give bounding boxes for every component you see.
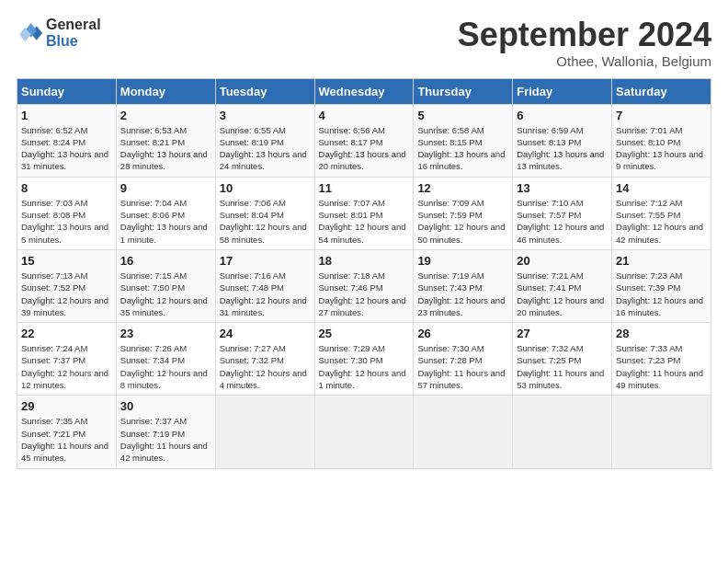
day-info: Sunrise: 7:27 AM Sunset: 7:32 PM Dayligh… [220, 342, 311, 391]
day-number: 7 [616, 109, 707, 122]
calendar-cell [215, 396, 314, 468]
calendar-cell: 21 Sunrise: 7:23 AM Sunset: 7:39 PM Dayl… [612, 249, 711, 322]
day-info: Sunrise: 7:13 AM Sunset: 7:52 PM Dayligh… [21, 270, 112, 318]
page: General Blue September 2024 Othee, Wallo… [0, 0, 728, 478]
calendar-cell: 10 Sunrise: 7:06 AM Sunset: 8:04 PM Dayl… [215, 177, 314, 249]
col-tuesday: Tuesday [215, 78, 314, 104]
calendar-cell: 17 Sunrise: 7:16 AM Sunset: 7:48 PM Dayl… [215, 249, 314, 322]
logo: General Blue [17, 17, 101, 49]
day-info: Sunrise: 6:59 AM Sunset: 8:13 PM Dayligh… [517, 124, 608, 173]
day-info: Sunrise: 7:12 AM Sunset: 7:55 PM Dayligh… [616, 197, 707, 246]
col-wednesday: Wednesday [314, 78, 414, 104]
day-number: 24 [220, 327, 311, 340]
day-number: 20 [517, 254, 608, 268]
col-monday: Monday [116, 78, 215, 104]
calendar-cell: 23 Sunrise: 7:26 AM Sunset: 7:34 PM Dayl… [116, 323, 215, 396]
calendar-cell: 15 Sunrise: 7:13 AM Sunset: 7:52 PM Dayl… [17, 249, 117, 322]
day-number: 9 [120, 181, 211, 195]
col-saturday: Saturday [612, 78, 711, 104]
calendar-cell: 11 Sunrise: 7:07 AM Sunset: 8:01 PM Dayl… [314, 177, 414, 249]
day-number: 13 [517, 181, 608, 195]
calendar-row-1: 1 Sunrise: 6:52 AM Sunset: 8:24 PM Dayli… [17, 104, 711, 177]
day-info: Sunrise: 7:32 AM Sunset: 7:25 PM Dayligh… [517, 342, 608, 391]
day-info: Sunrise: 7:18 AM Sunset: 7:46 PM Dayligh… [319, 270, 410, 318]
calendar-cell: 19 Sunrise: 7:19 AM Sunset: 7:43 PM Dayl… [414, 249, 513, 322]
calendar-cell: 30 Sunrise: 7:37 AM Sunset: 7:19 PM Dayl… [116, 396, 215, 468]
day-number: 18 [319, 254, 410, 268]
logo-icon [17, 20, 42, 46]
calendar-cell: 12 Sunrise: 7:09 AM Sunset: 7:59 PM Dayl… [414, 177, 513, 249]
calendar-cell [513, 396, 612, 468]
day-info: Sunrise: 7:15 AM Sunset: 7:50 PM Dayligh… [120, 270, 211, 318]
day-number: 19 [417, 254, 508, 268]
day-info: Sunrise: 7:23 AM Sunset: 7:39 PM Dayligh… [616, 270, 707, 318]
day-info: Sunrise: 7:04 AM Sunset: 8:06 PM Dayligh… [120, 197, 211, 246]
calendar-row-4: 22 Sunrise: 7:24 AM Sunset: 7:37 PM Dayl… [17, 323, 711, 396]
day-info: Sunrise: 7:06 AM Sunset: 8:04 PM Dayligh… [220, 197, 311, 246]
calendar-cell: 22 Sunrise: 7:24 AM Sunset: 7:37 PM Dayl… [17, 323, 117, 396]
day-number: 29 [21, 399, 112, 413]
day-number: 3 [220, 109, 311, 122]
logo-text: General Blue [46, 17, 101, 49]
col-friday: Friday [513, 78, 612, 104]
day-number: 12 [417, 181, 508, 195]
day-number: 28 [616, 327, 707, 340]
day-number: 23 [120, 327, 211, 340]
day-info: Sunrise: 7:37 AM Sunset: 7:19 PM Dayligh… [120, 415, 211, 464]
day-info: Sunrise: 7:29 AM Sunset: 7:30 PM Dayligh… [319, 342, 410, 391]
calendar-cell: 16 Sunrise: 7:15 AM Sunset: 7:50 PM Dayl… [116, 249, 215, 322]
day-number: 21 [616, 254, 707, 268]
calendar-cell [414, 396, 513, 468]
day-info: Sunrise: 7:24 AM Sunset: 7:37 PM Dayligh… [21, 342, 112, 391]
calendar-cell: 13 Sunrise: 7:10 AM Sunset: 7:57 PM Dayl… [513, 177, 612, 249]
day-info: Sunrise: 7:33 AM Sunset: 7:23 PM Dayligh… [616, 342, 707, 391]
day-info: Sunrise: 7:07 AM Sunset: 8:01 PM Dayligh… [319, 197, 410, 246]
calendar-cell: 4 Sunrise: 6:56 AM Sunset: 8:17 PM Dayli… [314, 104, 414, 177]
calendar-cell: 24 Sunrise: 7:27 AM Sunset: 7:32 PM Dayl… [215, 323, 314, 396]
day-number: 6 [517, 109, 608, 122]
calendar-cell: 27 Sunrise: 7:32 AM Sunset: 7:25 PM Dayl… [513, 323, 612, 396]
calendar-cell: 1 Sunrise: 6:52 AM Sunset: 8:24 PM Dayli… [17, 104, 117, 177]
calendar-cell: 25 Sunrise: 7:29 AM Sunset: 7:30 PM Dayl… [314, 323, 414, 396]
calendar-cell [612, 396, 711, 468]
calendar-row-5: 29 Sunrise: 7:35 AM Sunset: 7:21 PM Dayl… [17, 396, 711, 468]
day-number: 2 [120, 109, 211, 122]
calendar-cell: 28 Sunrise: 7:33 AM Sunset: 7:23 PM Dayl… [612, 323, 711, 396]
day-number: 1 [21, 109, 112, 122]
header: General Blue September 2024 Othee, Wallo… [17, 17, 711, 69]
calendar-cell [314, 396, 414, 468]
day-number: 11 [319, 181, 410, 195]
day-number: 15 [21, 254, 112, 268]
calendar-cell: 8 Sunrise: 7:03 AM Sunset: 8:08 PM Dayli… [17, 177, 117, 249]
calendar-cell: 6 Sunrise: 6:59 AM Sunset: 8:13 PM Dayli… [513, 104, 612, 177]
calendar-cell: 14 Sunrise: 7:12 AM Sunset: 7:55 PM Dayl… [612, 177, 711, 249]
calendar-cell: 7 Sunrise: 7:01 AM Sunset: 8:10 PM Dayli… [612, 104, 711, 177]
calendar-row-3: 15 Sunrise: 7:13 AM Sunset: 7:52 PM Dayl… [17, 249, 711, 322]
day-info: Sunrise: 7:09 AM Sunset: 7:59 PM Dayligh… [417, 197, 508, 246]
day-info: Sunrise: 7:19 AM Sunset: 7:43 PM Dayligh… [417, 270, 508, 318]
day-info: Sunrise: 7:35 AM Sunset: 7:21 PM Dayligh… [21, 415, 112, 464]
calendar-cell: 20 Sunrise: 7:21 AM Sunset: 7:41 PM Dayl… [513, 249, 612, 322]
location-subtitle: Othee, Wallonia, Belgium [458, 53, 711, 69]
calendar-cell: 29 Sunrise: 7:35 AM Sunset: 7:21 PM Dayl… [17, 396, 117, 468]
col-thursday: Thursday [414, 78, 513, 104]
day-number: 30 [120, 399, 211, 413]
day-info: Sunrise: 6:58 AM Sunset: 8:15 PM Dayligh… [417, 124, 508, 173]
day-info: Sunrise: 7:26 AM Sunset: 7:34 PM Dayligh… [120, 342, 211, 391]
calendar-cell: 18 Sunrise: 7:18 AM Sunset: 7:46 PM Dayl… [314, 249, 414, 322]
logo-general-text: General [46, 17, 101, 33]
day-number: 10 [220, 181, 311, 195]
day-info: Sunrise: 7:01 AM Sunset: 8:10 PM Dayligh… [616, 124, 707, 173]
day-info: Sunrise: 7:10 AM Sunset: 7:57 PM Dayligh… [517, 197, 608, 246]
day-number: 16 [120, 254, 211, 268]
day-number: 14 [616, 181, 707, 195]
calendar-row-2: 8 Sunrise: 7:03 AM Sunset: 8:08 PM Dayli… [17, 177, 711, 249]
day-info: Sunrise: 7:30 AM Sunset: 7:28 PM Dayligh… [417, 342, 508, 391]
day-number: 26 [417, 327, 508, 340]
calendar-cell: 26 Sunrise: 7:30 AM Sunset: 7:28 PM Dayl… [414, 323, 513, 396]
calendar-table: Sunday Monday Tuesday Wednesday Thursday… [17, 78, 711, 469]
calendar-cell: 3 Sunrise: 6:55 AM Sunset: 8:19 PM Dayli… [215, 104, 314, 177]
month-title: September 2024 [458, 17, 711, 53]
day-number: 8 [21, 181, 112, 195]
day-number: 17 [220, 254, 311, 268]
